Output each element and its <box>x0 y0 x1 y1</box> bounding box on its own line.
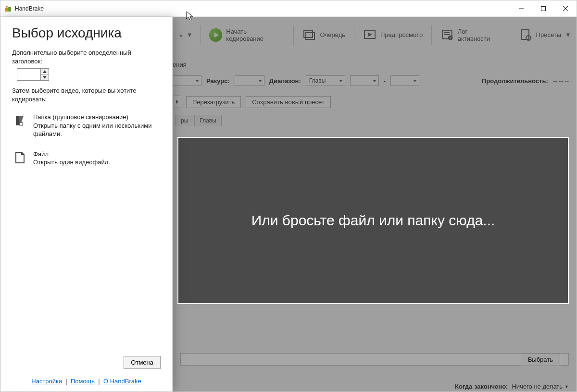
svg-marker-27 <box>413 80 417 82</box>
help-link[interactable]: Помощь <box>71 378 95 385</box>
svg-point-2 <box>6 6 8 8</box>
app-icon <box>4 5 12 12</box>
svg-rect-11 <box>304 31 313 37</box>
chapter-end-combo[interactable] <box>390 75 419 86</box>
dropzone-text: Или бросьте файл или папку сюда... <box>251 212 495 229</box>
open-source-label: ь <box>179 31 183 38</box>
activity-log-icon: i <box>440 28 454 42</box>
minimize-button[interactable] <box>510 0 532 17</box>
svg-marker-7 <box>43 70 47 73</box>
about-link[interactable]: О HandBrake <box>103 378 141 385</box>
window-title: HandBrake <box>15 5 44 12</box>
range-value: Главы <box>309 77 326 84</box>
svg-marker-14 <box>368 33 372 37</box>
duration-value: --:--:-- <box>553 77 569 85</box>
svg-rect-9 <box>20 122 23 125</box>
dropzone[interactable]: Или бросьте файл или папку сюда... <box>177 137 569 304</box>
duration-label: Продолжительность: <box>482 77 548 85</box>
toolbar-separator <box>293 25 294 45</box>
chapter-start-combo[interactable] <box>350 75 379 86</box>
footer-links: Настройки | Помощь | О HandBrake <box>12 378 161 387</box>
settings-link[interactable]: Настройки <box>31 378 62 385</box>
folder-icon <box>13 114 26 127</box>
preview-button[interactable]: Предпросмотр <box>359 26 426 44</box>
maximize-button[interactable] <box>532 0 554 17</box>
chevron-down-icon: ▼ <box>187 31 191 38</box>
main-area: ь ▼ Начать кодирование Очередь <box>173 17 577 392</box>
panel-title: Выбор исходника <box>12 25 161 41</box>
svg-rect-12 <box>306 33 314 39</box>
folder-option-title: Папка (групповое сканирование) <box>33 113 160 122</box>
toolbar: ь ▼ Начать кодирование Очередь <box>173 17 577 53</box>
svg-rect-1 <box>8 7 11 12</box>
partial-label: ения <box>173 61 187 68</box>
spinner-up-button[interactable] <box>41 69 49 74</box>
save-new-preset-button[interactable]: Сохранить новый пресет <box>246 96 331 108</box>
tab-partial[interactable]: ры <box>176 115 193 126</box>
svg-marker-24 <box>258 80 262 82</box>
toolbar-separator <box>510 25 510 45</box>
presets-label: Пресеты <box>536 31 561 38</box>
title-combo[interactable] <box>173 75 201 86</box>
range-label: Диапазон: <box>269 77 301 85</box>
titlebar-left: HandBrake <box>4 5 44 12</box>
spinner-down-button[interactable] <box>41 74 49 80</box>
file-option-title: Файл <box>33 150 110 159</box>
angle-combo[interactable] <box>235 75 264 86</box>
when-done-dropdown[interactable]: Ничего не делать ▼ <box>512 383 569 390</box>
file-option-desc: Открыть один видеофайл. <box>33 158 110 167</box>
app-window: HandBrake Выбор исходника Дополнительно … <box>0 0 577 392</box>
when-done-label: Когда закончено: <box>455 383 508 390</box>
toolbar-separator <box>431 25 432 45</box>
toolbar-separator <box>200 25 201 45</box>
activity-log-button[interactable]: i Лог активности <box>437 26 504 44</box>
activity-log-label: Лог активности <box>458 28 501 42</box>
svg-marker-28 <box>176 100 178 104</box>
angle-label: Ракурс: <box>206 77 230 85</box>
svg-point-22 <box>527 37 529 38</box>
open-source-button[interactable]: ь ▼ <box>176 29 195 40</box>
window-controls <box>510 0 577 17</box>
queue-button[interactable]: Очередь <box>299 26 349 44</box>
svg-marker-10 <box>214 33 219 37</box>
reload-preset-button[interactable]: Перезагрузить <box>186 96 241 108</box>
source-option-folder[interactable]: Папка (групповое сканирование) Открыть п… <box>12 111 161 140</box>
folder-option-text: Папка (групповое сканирование) Открыть п… <box>33 113 160 138</box>
file-option-text: Файл Открыть один видеофайл. <box>33 150 110 167</box>
svg-marker-8 <box>43 76 47 79</box>
source-selection-panel: Выбор исходника Дополнительно выберите о… <box>0 17 173 392</box>
play-icon <box>209 28 223 42</box>
close-button[interactable] <box>554 0 577 17</box>
svg-marker-26 <box>373 80 376 82</box>
start-encode-label: Начать кодирование <box>226 28 285 42</box>
folder-option-desc: Открыть папку с одним или несколькими фа… <box>33 122 160 138</box>
file-icon <box>13 151 26 164</box>
svg-marker-23 <box>195 80 199 82</box>
titlebar: HandBrake <box>0 0 577 17</box>
cancel-button[interactable]: Отмена <box>124 356 161 369</box>
browse-button[interactable]: Выбрать <box>521 353 560 366</box>
svg-rect-4 <box>541 6 546 11</box>
output-path-box[interactable] <box>180 353 569 366</box>
range-dash: - <box>384 77 386 85</box>
svg-marker-25 <box>339 80 343 82</box>
presets-button[interactable]: Пресеты ▼ <box>515 26 574 44</box>
presets-icon <box>519 28 532 42</box>
tab-chapters[interactable]: Главы <box>194 115 222 126</box>
start-encode-button[interactable]: Начать кодирование <box>205 26 289 44</box>
range-combo[interactable]: Главы <box>306 75 345 86</box>
source-option-file[interactable]: Файл Открыть один видеофайл. <box>12 148 161 169</box>
queue-label: Очередь <box>320 31 345 38</box>
title-number-spinner[interactable] <box>17 68 49 81</box>
when-done-value: Ничего не делать <box>512 383 563 390</box>
chevron-down-icon: ▼ <box>564 384 569 389</box>
title-number-input[interactable] <box>17 69 40 80</box>
instruction-title-spinner: Дополнительно выберите определенный заго… <box>12 49 161 65</box>
preset-arrow-button[interactable] <box>173 96 181 108</box>
preview-icon <box>363 28 376 42</box>
queue-icon <box>302 28 316 42</box>
svg-rect-0 <box>5 8 8 12</box>
chevron-down-icon: ▼ <box>565 31 570 38</box>
toolbar-separator <box>354 25 354 45</box>
bottom-bar: Выбрать Когда закончено: Ничего не делат… <box>173 351 577 392</box>
